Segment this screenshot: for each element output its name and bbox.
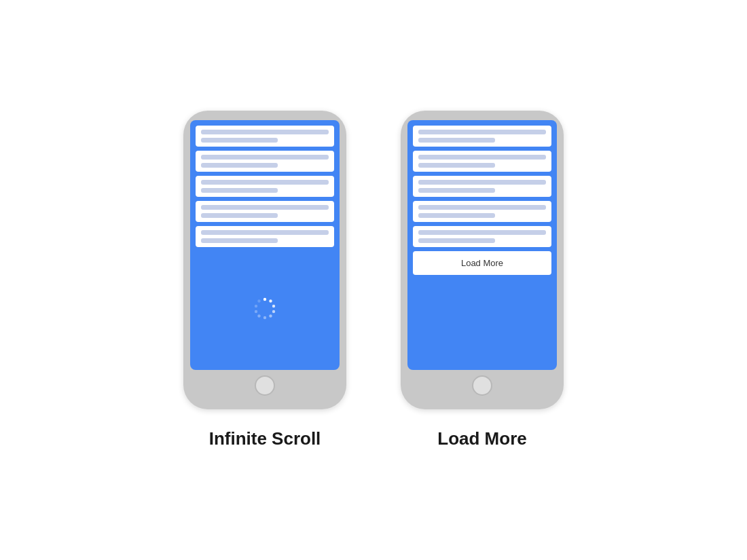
card-line bbox=[418, 205, 546, 210]
content-card-3 bbox=[196, 176, 334, 197]
loading-spinner-area bbox=[196, 251, 334, 365]
phone-load-more: Load More bbox=[401, 111, 564, 409]
svg-point-5 bbox=[263, 316, 266, 318]
phone-infinite-scroll bbox=[183, 111, 346, 409]
loading-spinner-icon bbox=[253, 297, 276, 320]
load-more-button[interactable]: Load More bbox=[413, 251, 551, 275]
card-line bbox=[418, 155, 546, 160]
load-more-label: Load More bbox=[437, 428, 526, 449]
card-line bbox=[418, 180, 546, 185]
content-card-lm-1 bbox=[413, 126, 551, 147]
card-line bbox=[418, 130, 546, 134]
content-card-5 bbox=[196, 226, 334, 247]
card-line bbox=[201, 205, 329, 210]
card-line bbox=[418, 238, 495, 243]
svg-point-6 bbox=[257, 314, 260, 317]
card-line bbox=[418, 213, 495, 218]
svg-point-8 bbox=[255, 304, 257, 307]
infinite-scroll-section: Infinite Scroll bbox=[183, 111, 346, 449]
card-line bbox=[201, 180, 329, 185]
svg-point-3 bbox=[272, 310, 275, 312]
card-line bbox=[418, 163, 495, 168]
infinite-scroll-label: Infinite Scroll bbox=[209, 428, 321, 449]
card-line bbox=[201, 230, 329, 235]
card-line bbox=[201, 188, 278, 193]
card-line bbox=[201, 155, 329, 160]
phone-screen-infinite bbox=[190, 120, 340, 370]
content-card-lm-2 bbox=[413, 151, 551, 172]
content-card-lm-3 bbox=[413, 176, 551, 197]
svg-point-1 bbox=[269, 299, 272, 302]
content-card-lm-5 bbox=[413, 226, 551, 247]
phone-home-button-lm bbox=[472, 375, 492, 396]
content-card-4 bbox=[196, 201, 334, 222]
svg-point-2 bbox=[272, 304, 275, 307]
svg-point-9 bbox=[257, 299, 260, 302]
card-line bbox=[418, 188, 495, 193]
card-line bbox=[201, 138, 278, 143]
card-line bbox=[201, 163, 278, 168]
card-line bbox=[201, 238, 278, 243]
card-line bbox=[418, 138, 495, 143]
content-card-1 bbox=[196, 126, 334, 147]
card-line bbox=[201, 130, 329, 134]
svg-point-0 bbox=[263, 297, 266, 300]
phone-screen-load-more: Load More bbox=[407, 120, 557, 370]
svg-point-7 bbox=[255, 310, 257, 312]
card-line bbox=[418, 230, 546, 235]
phone-home-button bbox=[255, 375, 275, 396]
content-card-2 bbox=[196, 151, 334, 172]
card-line bbox=[201, 213, 278, 218]
svg-point-4 bbox=[269, 314, 272, 317]
load-more-section: Load More Load More bbox=[401, 111, 564, 449]
content-card-lm-4 bbox=[413, 201, 551, 222]
